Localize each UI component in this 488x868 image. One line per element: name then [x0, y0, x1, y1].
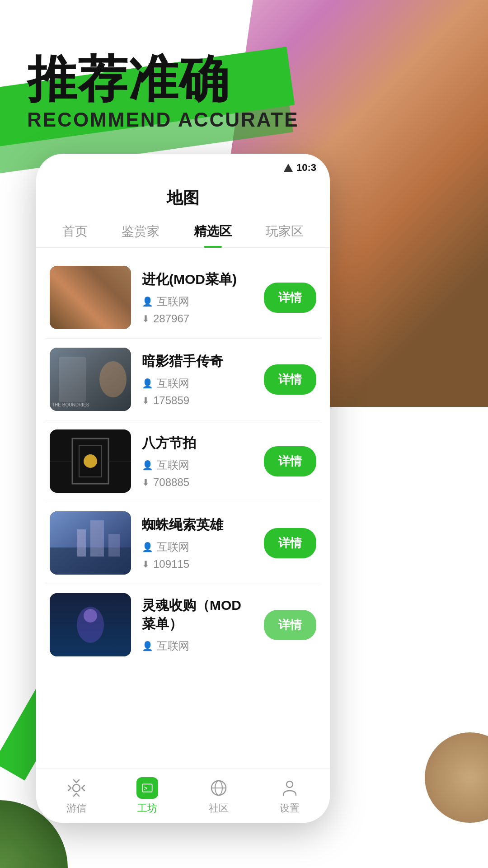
detail-button-4[interactable]: 详情: [264, 528, 316, 558]
svg-text:"GREAT ADAPTATION OF: "GREAT ADAPTATION OF: [53, 311, 114, 316]
game-info-4: 蜘蛛绳索英雄 👤 互联网 ⬇ 109115: [142, 516, 253, 571]
detail-button-3[interactable]: 详情: [264, 446, 316, 476]
svg-point-3: [86, 266, 122, 307]
tab-home[interactable]: 首页: [62, 223, 88, 247]
svg-rect-2: [50, 266, 131, 329]
download-icon-4: ⬇: [142, 559, 150, 570]
list-item: THE BOUNDRIES 暗影猎手传奇 👤 互联网 ⬇ 175859: [45, 339, 321, 420]
nav-item-shezhi[interactable]: 设置: [279, 777, 300, 815]
game-info-3: 八方节拍 👤 互联网 ⬇ 708885: [142, 434, 253, 489]
game-title-5: 灵魂收购（MOD菜单）: [142, 596, 253, 633]
status-time: 10:3: [296, 162, 316, 174]
game-thumbnail-3: [50, 429, 131, 493]
youxin-icon: [66, 777, 87, 799]
nav-label-shezhi: 设置: [280, 802, 300, 815]
nav-label-gongfang: 工坊: [137, 802, 157, 815]
game-title-4: 蜘蛛绳索英雄: [142, 516, 253, 534]
hero-text-block: 推荐准确 RECOMMEND ACCURATE: [27, 54, 299, 131]
svg-rect-1: [50, 266, 131, 329]
status-icons: 10:3: [284, 162, 316, 174]
svg-point-41: [286, 781, 293, 788]
person-icon-3: 👤: [142, 460, 153, 471]
svg-line-31: [76, 793, 79, 796]
svg-text:THE BOARDGAME": THE BOARDGAME": [53, 318, 100, 323]
person-icon-5: 👤: [142, 641, 153, 651]
phone-frame: 10:3 地图 首页 鉴赏家 精选区 玩家区: [36, 154, 330, 823]
svg-line-30: [74, 793, 76, 796]
download-icon-3: ⬇: [142, 477, 150, 488]
app-title: 地图: [36, 178, 330, 214]
bg-circle-right: [425, 732, 488, 823]
tab-player[interactable]: 玩家区: [266, 223, 304, 247]
svg-line-34: [82, 785, 84, 788]
game-list: "GREAT ADAPTATION OF THE BOARDGAME" 进化(M…: [36, 257, 330, 799]
game-meta-4: 👤 互联网 ⬇ 109115: [142, 540, 253, 571]
status-bar: 10:3: [36, 154, 330, 178]
svg-rect-21: [90, 520, 104, 557]
list-item: 灵魂收购（MOD菜单） 👤 互联网 详情: [45, 584, 321, 665]
svg-line-35: [82, 788, 84, 791]
game-thumbnail-2: THE BOUNDRIES: [50, 348, 131, 411]
download-icon-2: ⬇: [142, 395, 150, 406]
svg-line-29: [76, 780, 79, 783]
game-source-1: 👤 互联网: [142, 294, 253, 309]
game-title-3: 八方节拍: [142, 434, 253, 453]
svg-point-9: [99, 361, 127, 397]
nav-item-shequ[interactable]: 社区: [208, 777, 230, 815]
game-thumbnail-4: [50, 511, 131, 575]
game-downloads-3: ⬇ 708885: [142, 476, 253, 489]
game-source-5: 👤 互联网: [142, 639, 253, 653]
person-icon-4: 👤: [142, 542, 153, 552]
game-source-2: 👤 互联网: [142, 376, 253, 391]
svg-text:>_: >_: [144, 785, 150, 791]
tab-featured[interactable]: 精选区: [194, 223, 232, 247]
hero-chinese-title: 推荐准确: [27, 54, 299, 104]
list-item: "GREAT ADAPTATION OF THE BOARDGAME" 进化(M…: [45, 257, 321, 339]
svg-point-26: [84, 609, 97, 623]
game-thumbnail-5: [50, 593, 131, 656]
detail-button-1[interactable]: 详情: [264, 283, 316, 313]
svg-point-14: [84, 454, 97, 468]
game-meta-5: 👤 互联网: [142, 639, 253, 653]
nav-item-gongfang[interactable]: >_ 工坊: [136, 777, 158, 815]
detail-button-5[interactable]: 详情: [264, 610, 316, 640]
game-title-1: 进化(MOD菜单): [142, 270, 253, 289]
tab-connoisseur[interactable]: 鉴赏家: [122, 223, 160, 247]
game-source-3: 👤 互联网: [142, 458, 253, 472]
game-title-2: 暗影猎手传奇: [142, 352, 253, 371]
list-item: 蜘蛛绳索英雄 👤 互联网 ⬇ 109115 详情: [45, 502, 321, 584]
game-meta-3: 👤 互联网 ⬇ 708885: [142, 458, 253, 489]
game-meta-2: 👤 互联网 ⬇ 175859: [142, 376, 253, 407]
tab-bar: 首页 鉴赏家 精选区 玩家区: [36, 214, 330, 248]
svg-rect-20: [77, 529, 86, 557]
svg-text:THE BOUNDRIES: THE BOUNDRIES: [52, 402, 89, 407]
game-downloads-4: ⬇ 109115: [142, 558, 253, 571]
download-icon-1: ⬇: [142, 313, 150, 324]
game-meta-1: 👤 互联网 ⬇ 287967: [142, 294, 253, 325]
game-source-4: 👤 互联网: [142, 540, 253, 554]
game-info-5: 灵魂收购（MOD菜单） 👤 互联网: [142, 596, 253, 653]
nav-item-youxin[interactable]: 游信: [66, 777, 87, 815]
game-downloads-1: ⬇ 287967: [142, 312, 253, 325]
svg-line-28: [74, 780, 76, 783]
signal-icon: [284, 164, 293, 172]
svg-line-32: [68, 785, 71, 788]
nav-label-youxin: 游信: [66, 802, 86, 815]
gongfang-icon: >_: [136, 777, 158, 799]
bottom-navigation: 游信 >_ 工坊 社区: [36, 769, 330, 823]
person-icon-2: 👤: [142, 378, 153, 389]
person-icon-1: 👤: [142, 296, 153, 307]
svg-marker-0: [284, 164, 293, 172]
list-item: 八方节拍 👤 互联网 ⬇ 708885 详情: [45, 420, 321, 502]
game-info-2: 暗影猎手传奇 👤 互联网 ⬇ 175859: [142, 352, 253, 407]
svg-line-33: [68, 788, 71, 791]
shezhi-icon: [279, 777, 300, 799]
hero-english-title: RECOMMEND ACCURATE: [27, 108, 299, 131]
shequ-icon: [208, 777, 230, 799]
svg-rect-8: [59, 357, 86, 402]
game-downloads-2: ⬇ 175859: [142, 394, 253, 407]
detail-button-2[interactable]: 详情: [264, 364, 316, 395]
svg-point-27: [73, 784, 80, 792]
svg-rect-22: [108, 534, 120, 557]
nav-label-shequ: 社区: [209, 802, 229, 815]
